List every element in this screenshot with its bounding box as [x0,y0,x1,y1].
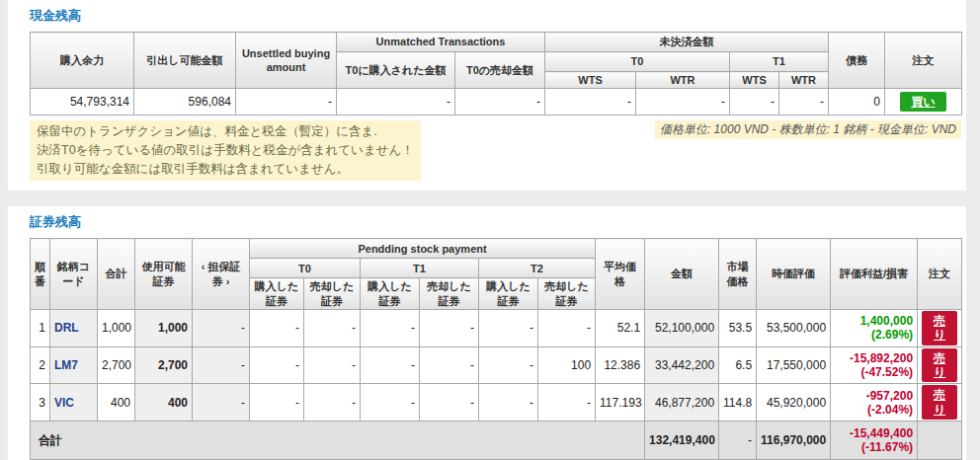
pl-percent: (2.69%) [835,328,913,342]
header-t0-wtr: WTR [636,72,730,89]
cell-amount: 52,100,000 [645,309,719,346]
header-pending-stock-group: Pendding stock payment [250,239,596,259]
cell-avg-price: 117.193 [596,384,645,422]
cell-market-value: 53,500,000 [757,309,831,346]
cell-market-price: 53.5 [719,309,757,346]
cell-available: 2,700 [135,346,193,384]
securities-balance-title: 証券残高 [30,206,958,238]
header-market-price: 市場価格 [719,239,757,310]
cell-t2-sold: 100 [538,346,596,384]
cell-t0-bought: - [250,346,304,384]
total-market-price: - [719,422,757,460]
header-pending-t0: T0 [545,52,730,72]
header-unmatched-sold-t0: T0の売却金額 [455,52,545,89]
cell-market-price: 114.8 [719,384,757,422]
total-order-empty [918,422,962,460]
cell-t2-sold: - [538,384,596,422]
cell-market-value: 17,550,000 [757,346,831,384]
debt-value: 0 [829,89,885,115]
cell-t0-sold: - [304,309,361,346]
cell-t2-sold: - [538,309,596,346]
notes-row: 保留中のトランザクション値は、料金と税金（暫定）に含ま. 決済T0を待っている値… [30,120,961,181]
note-line-1: 保留中のトランザクション値は、料金と税金（暫定）に含ま. [37,122,414,141]
cell-amount: 33,442,200 [645,346,719,384]
header-order: 注文 [885,33,962,89]
cell-t2-bought: - [479,309,538,346]
header-buying-power: 購入余力 [31,33,134,89]
header-t0-bought: 購入した証券 [250,278,304,310]
table-row: 3 VIC 400 400 - - - - - - - 117.193 46,8… [31,384,962,422]
header-t0-wts: WTS [545,72,636,89]
header-t1-bought: 購入した証券 [361,278,420,310]
cell-no: 2 [31,346,50,384]
cell-t2-bought: - [479,346,538,384]
stock-code-link[interactable]: LM7 [50,346,98,384]
header-stock-code: 銘柄コード [50,239,98,310]
pl-value: 1,400,000 [835,314,913,328]
header-no: 順番 [31,239,50,310]
cash-balance-title: 現金残高 [30,0,958,32]
header-t1-wts: WTS [730,72,779,89]
sell-button[interactable]: 売り [922,311,957,345]
t1-wts-value: - [730,89,779,115]
withdrawable-value: 596,084 [134,89,236,115]
cell-market-price: 6.5 [719,346,757,384]
header-amount: 金額 [645,239,719,310]
cash-balance-table: 購入余力 引出し可能金額 Unsettled buying amount Unm… [30,32,962,115]
stock-code-link[interactable]: VIC [50,384,98,422]
cell-amount: 46,877,200 [645,384,719,422]
header-avg-price: 平均価格 [596,239,645,310]
cash-balance-panel: 現金残高 購入余力 引出し可能金額 Unsettled buying amoun… [8,0,966,191]
total-pl-percent: (-11.67%) [835,440,913,454]
header-unsettled-buying: Unsettled buying amount [236,33,337,89]
cell-collateral: - [193,346,250,384]
cell-avg-price: 52.1 [596,309,645,346]
total-pl-value: -15,449,400 [835,426,913,440]
sell-button[interactable]: 売り [922,385,957,420]
cell-t0-bought: - [250,309,304,346]
units-note: 価格単位: 1000 VND - 株数単位: 1 銘柄 - 現金単位: VND [655,120,961,139]
cell-available: 400 [135,384,193,422]
sell-button[interactable]: 売り [922,348,957,383]
cell-t0-sold: - [304,346,361,384]
header-available: 使用可能証券 [135,239,193,310]
table-row: 1 DRL 1,000 1,000 - - - - - - - 52.1 52,… [31,309,962,346]
pl-percent: (-2.04%) [835,403,913,417]
buying-power-value: 54,793,314 [31,89,134,115]
total-label: 合計 [31,422,645,460]
header-withdrawable: 引出し可能金額 [134,33,236,89]
unmatched-sold-t0-value: - [455,89,545,115]
cell-t1-bought: - [361,384,420,422]
cell-no: 1 [31,309,50,346]
header-t2-bought: 購入した証券 [479,278,538,310]
cash-notes: 保留中のトランザクション値は、料金と税金（暫定）に含ま. 決済T0を待っている値… [30,120,421,181]
table-row: 2 LM7 2,700 2,700 - - - - - - 100 12.386… [31,346,962,384]
cell-t2-bought: - [479,384,538,422]
header-pl: 評価利益/損害 [831,239,918,310]
t0-wtr-value: - [636,89,730,115]
cell-t1-sold: - [420,346,479,384]
total-row: 合計 132,419,400 - 116,970,000 -15,449,400… [31,422,962,460]
stock-code-link[interactable]: DRL [50,309,98,346]
header-t1-sold: 売却した証券 [420,278,479,310]
cell-available: 1,000 [135,309,193,346]
cell-t1-bought: - [361,346,420,384]
cell-pl: 1,400,000 (2.69%) [831,309,918,346]
unsettled-buying-value: - [236,89,337,115]
buy-button[interactable]: 買い [900,92,945,112]
header-total: 合計 [98,239,135,310]
t0-wts-value: - [545,89,636,115]
header-pending-group: 未決済金額 [545,33,829,52]
cell-market-value: 45,920,000 [757,384,831,422]
cell-t1-bought: - [361,309,420,346]
cell-total: 1,000 [98,309,135,346]
total-pl: -15,449,400 (-11.67%) [831,422,918,460]
header-t2-sold: 売却した証券 [538,278,596,310]
total-amount: 132,419,400 [645,422,719,460]
t1-wtr-value: - [779,89,829,115]
securities-balance-table: 順番 銘柄コード 合計 使用可能証券 ‹ 担保証券 › Pendding sto… [30,238,962,460]
header-collateral: ‹ 担保証券 › [193,239,250,310]
note-line-2: 決済T0を待っている値の取引は手数料と税金が含まれていません！ [37,141,414,160]
header-t1-wtr: WTR [779,72,829,89]
cell-collateral: - [193,309,250,346]
